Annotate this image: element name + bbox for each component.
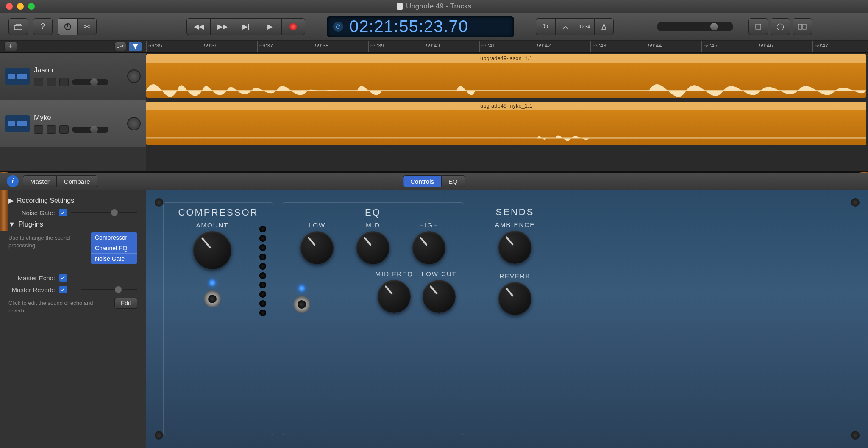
plugins-header[interactable]: ▼ Plug-ins (8, 221, 137, 228)
master-reverb-checkbox[interactable] (59, 286, 67, 293)
audio-region-myke[interactable]: upgrade49-myke_1.1 (146, 102, 866, 145)
smart-controls-button[interactable] (58, 18, 77, 35)
plugin-channel-eq[interactable]: Channel EQ (91, 243, 137, 254)
sends-module: SENDS AMBIENCE REVERB (473, 202, 557, 435)
compressor-module: COMPRESSOR AMOUNT (163, 202, 273, 435)
master-echo-checkbox[interactable] (59, 274, 67, 282)
lcd-display[interactable]: ⏱ 02:21:55:23.70 (327, 16, 514, 37)
mute-button[interactable] (34, 125, 43, 134)
document-icon (397, 3, 403, 10)
stop-button[interactable]: ▶| (234, 18, 258, 35)
gain-reduction-meter (259, 221, 266, 316)
ruler-tick: 59:47 (812, 41, 868, 52)
eq-low-knob[interactable] (300, 231, 334, 264)
reverb-knob[interactable] (498, 282, 531, 315)
solo-button[interactable] (47, 125, 56, 134)
mute-button[interactable] (34, 78, 43, 86)
master-reverb-label: Master Reverb: (8, 286, 55, 293)
region-label: upgrade49-jason_1.1 (146, 54, 866, 63)
catch-playhead-button[interactable] (129, 42, 142, 51)
track-name: Jason (34, 66, 123, 75)
ruler-tick: 59:40 (424, 41, 479, 52)
master-echo-radio[interactable] (71, 275, 77, 281)
noise-gate-slider[interactable] (71, 212, 137, 213)
editor-button[interactable]: ✂ (77, 18, 97, 35)
compressor-title: COMPRESSOR (170, 207, 266, 218)
screw-icon (851, 431, 860, 440)
svg-rect-5 (803, 24, 806, 29)
add-track-button[interactable]: + (4, 42, 17, 51)
reverb-label: REVERB (499, 272, 531, 279)
record-button[interactable] (281, 18, 305, 35)
record-enable-button[interactable] (59, 125, 69, 134)
pan-knob[interactable] (127, 69, 141, 83)
timeline[interactable]: 59:3559:3659:3759:3859:3959:4059:4159:42… (146, 41, 868, 171)
master-reverb-slider[interactable] (81, 289, 137, 290)
titlebar: Upgrade 49 - Tracks (0, 0, 868, 13)
solo-button[interactable] (47, 78, 56, 86)
eq-module: EQ LOW MID HIGH MID FREQ LOW CUT (282, 202, 464, 435)
svg-rect-0 (14, 26, 22, 30)
tuner-button[interactable] (555, 18, 575, 35)
edit-button[interactable]: Edit (114, 298, 137, 309)
media-button[interactable] (793, 18, 812, 35)
compressor-amount-knob[interactable] (193, 231, 231, 269)
eq-lowcut-knob[interactable] (423, 280, 456, 313)
inspector-toggle-button[interactable]: i (7, 175, 19, 187)
help-button[interactable]: ? (33, 18, 53, 35)
noise-gate-checkbox[interactable] (59, 209, 67, 216)
clock-icon[interactable]: ⏱ (333, 22, 343, 32)
master-echo-label: Master Echo: (8, 274, 55, 282)
plugins-help-text: Use to change the sound processing. (8, 234, 85, 249)
eq-midfreq-knob[interactable] (378, 280, 411, 313)
track-name: Myke (34, 113, 123, 122)
plugin-compressor[interactable]: Compressor (91, 232, 137, 243)
high-label: HIGH (419, 221, 439, 229)
play-button[interactable]: ▶ (258, 18, 281, 35)
track-header-myke[interactable]: Myke (0, 100, 146, 147)
notepad-button[interactable] (748, 18, 768, 35)
volume-slider[interactable] (72, 79, 108, 85)
ruler-tick: 59:42 (535, 41, 590, 52)
low-cut-label: LOW CUT (422, 270, 457, 277)
low-label: LOW (309, 221, 326, 229)
time-ruler[interactable]: 59:3559:3659:3759:3859:3959:4059:4159:42… (146, 41, 868, 53)
ruler-tick: 59:45 (701, 41, 757, 52)
screw-icon (155, 431, 163, 440)
track-headers: + Jason (0, 41, 146, 171)
plugin-noise-gate[interactable]: Noise Gate (91, 254, 137, 264)
amount-label: AMOUNT (196, 221, 229, 229)
minimize-icon[interactable] (17, 3, 24, 10)
master-reverb-radio[interactable] (71, 287, 77, 293)
compare-button[interactable]: Compare (57, 175, 97, 187)
pan-knob[interactable] (127, 117, 141, 130)
eq-bypass-switch[interactable] (293, 296, 310, 313)
close-icon[interactable] (6, 3, 13, 10)
ruler-tick: 59:44 (646, 41, 701, 52)
count-in-button[interactable]: 1234 (575, 18, 594, 35)
ruler-tick: 59:36 (202, 41, 257, 52)
forward-button[interactable]: ▶▶ (210, 18, 234, 35)
eq-high-knob[interactable] (412, 231, 445, 264)
volume-slider[interactable] (72, 127, 108, 133)
library-button[interactable] (8, 18, 28, 35)
master-button[interactable]: Master (23, 175, 57, 187)
automation-button[interactable] (114, 42, 126, 51)
tab-eq[interactable]: EQ (441, 175, 465, 187)
ambience-knob[interactable] (498, 231, 531, 264)
fullscreen-icon[interactable] (28, 3, 35, 10)
cycle-button[interactable]: ↻ (536, 18, 555, 35)
master-volume-slider[interactable] (657, 22, 733, 31)
compressor-bypass-switch[interactable] (204, 290, 221, 307)
audio-region-jason[interactable]: upgrade49-jason_1.1 (146, 54, 866, 98)
track-header-jason[interactable]: Jason (0, 53, 146, 100)
metronome-button[interactable] (594, 18, 614, 35)
tab-controls[interactable]: Controls (403, 175, 441, 187)
rewind-button[interactable]: ◀◀ (186, 18, 210, 35)
plugin-list[interactable]: Compressor Channel EQ Noise Gate (91, 232, 137, 264)
mid-label: MID (366, 221, 380, 229)
loops-button[interactable]: ◯ (771, 18, 790, 35)
eq-mid-knob[interactable] (356, 231, 389, 264)
recording-settings-header[interactable]: ▶ Recording Settings (8, 196, 137, 205)
record-enable-button[interactable] (59, 78, 69, 86)
